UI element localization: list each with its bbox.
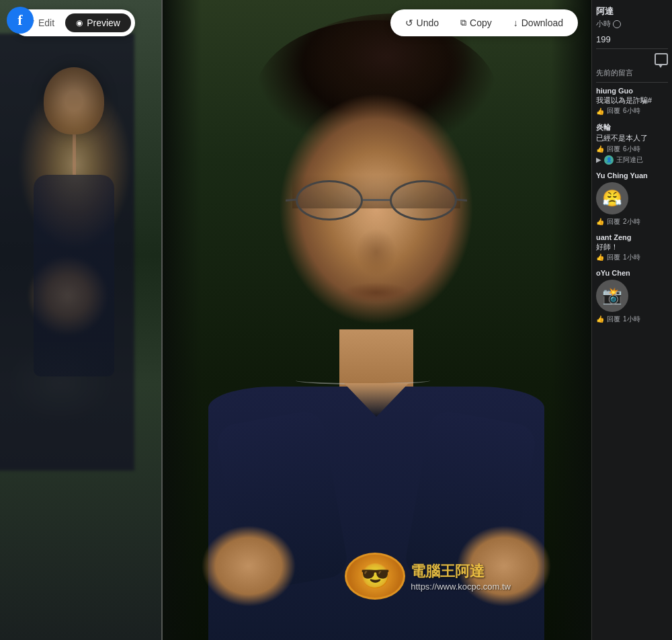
watermark-title: 電腦王阿達 — [411, 561, 511, 582]
preview-label: Preview — [87, 17, 120, 28]
reply-btn-1[interactable]: 回覆 — [607, 106, 620, 116]
comment-icon-row — [596, 53, 668, 65]
sidebar: 阿達 小時 199 先前的留言 hiung Guo 我還以為是詐騙# — [591, 0, 672, 640]
comment-user-5: oYu Chen — [596, 269, 668, 277]
post-time: 小時 — [596, 19, 611, 29]
comment-text-1: 我還以為是詐騙# — [596, 95, 668, 105]
divider-line — [161, 0, 163, 640]
undo-label: Undo — [417, 17, 439, 28]
comment-time-5: 1小時 — [623, 315, 640, 324]
copy-icon: ⧉ — [460, 17, 466, 28]
undo-button[interactable]: ↺ Undo — [396, 13, 448, 32]
comment-user-1: hiung Guo — [596, 87, 668, 95]
comment-meta-2: 👍 回覆 6小時 — [596, 145, 668, 154]
divider-h-1 — [596, 48, 668, 49]
preview-button[interactable]: ◉ Preview — [65, 13, 131, 32]
comment-text-4: 好師！ — [596, 242, 668, 251]
reaction-count: 199 — [596, 34, 668, 44]
sticker-3: 😤 — [596, 182, 628, 214]
facebook-logo: f — [7, 7, 34, 34]
like-icon-5: 👍 — [596, 315, 604, 323]
comment-meta-1: 👍 回覆 6小時 — [596, 106, 668, 116]
comment-item-3: Yu Ching Yuan 😤 👍 回覆 2小時 — [596, 171, 668, 227]
sticker-5: 📸 — [596, 280, 628, 312]
like-icon-1: 👍 — [596, 108, 604, 115]
reply-indicator-2: ▶ 👤 王阿達已 — [596, 155, 668, 165]
edge-dark-left — [161, 0, 202, 640]
sidebar-content: 阿達 小時 199 先前的留言 hiung Guo 我還以為是詐騙# — [592, 0, 672, 336]
comment-meta-4: 👍 回覆 1小時 — [596, 253, 668, 262]
comment-meta-3: 👍 回覆 2小時 — [596, 217, 668, 227]
action-buttons-group: ↺ Undo ⧉ Copy ↓ Download — [390, 9, 578, 36]
toolbar: ▽ Edit ◉ Preview ↺ Undo ⧉ Copy ↓ — [0, 9, 591, 36]
comment-user-2: 炎輪 — [596, 122, 668, 132]
download-label: Download — [521, 17, 563, 28]
post-meta: 小時 — [596, 19, 668, 29]
image-main — [161, 0, 591, 640]
like-icon-4: 👍 — [596, 253, 604, 261]
comment-icon — [655, 53, 668, 65]
like-icon-2: 👍 — [596, 145, 604, 153]
comment-time-1: 6小時 — [623, 106, 640, 116]
reply-btn-5[interactable]: 回覆 — [607, 315, 620, 324]
like-icon-3: 👍 — [596, 218, 604, 225]
reply-btn-2[interactable]: 回覆 — [607, 145, 620, 154]
post-username: 阿達 — [596, 5, 668, 17]
reply-btn-4[interactable]: 回覆 — [607, 253, 620, 262]
comment-item-4: uant Zeng 好師！ 👍 回覆 1小時 — [596, 233, 668, 262]
comment-item-2: 炎輪 已經不是本人了 👍 回覆 6小時 ▶ 👤 王阿達已 — [596, 122, 668, 164]
comment-item-5: oYu Chen 📸 👍 回覆 1小時 — [596, 269, 668, 324]
preview-icon: ◉ — [76, 18, 83, 28]
watermark-text-block: 電腦王阿達 https://www.kocpc.com.tw — [411, 561, 511, 592]
watermark: 😎 電腦王阿達 https://www.kocpc.com.tw — [345, 553, 511, 600]
download-icon: ↓ — [513, 17, 518, 28]
undo-icon: ↺ — [405, 17, 413, 28]
edit-label: Edit — [38, 17, 54, 28]
comment-meta-5: 👍 回覆 1小時 — [596, 315, 668, 324]
editor-area: f ▽ Edit ◉ Preview ↺ Undo ⧉ — [0, 0, 591, 640]
copy-button[interactable]: ⧉ Copy — [451, 13, 501, 32]
comment-time-3: 2小時 — [623, 217, 640, 227]
download-button[interactable]: ↓ Download — [504, 13, 573, 32]
reply-text-2: 王阿達已 — [616, 155, 643, 165]
comment-item-1: hiung Guo 我還以為是詐騙# 👍 回覆 6小時 — [596, 87, 668, 116]
watermark-mascot: 😎 — [345, 553, 405, 600]
image-display — [0, 0, 591, 640]
watermark-url: https://www.kocpc.com.tw — [411, 582, 511, 592]
globe-icon — [613, 20, 621, 28]
comment-user-4: uant Zeng — [596, 233, 668, 241]
reply-arrow-2: ▶ — [596, 156, 601, 163]
edge-dark-right — [551, 0, 591, 640]
comment-time-4: 1小時 — [623, 253, 640, 262]
divider-h-2 — [596, 82, 668, 83]
copy-label: Copy — [470, 17, 492, 28]
comment-time-2: 6小時 — [623, 145, 640, 154]
comment-text-2: 已經不是本人了 — [596, 133, 668, 143]
comment-user-3: Yu Ching Yuan — [596, 171, 668, 179]
post-info: 阿達 小時 — [596, 5, 668, 29]
prev-comments-label: 先前的留言 — [596, 68, 668, 78]
reply-btn-3[interactable]: 回覆 — [607, 217, 620, 227]
image-left — [0, 0, 161, 640]
